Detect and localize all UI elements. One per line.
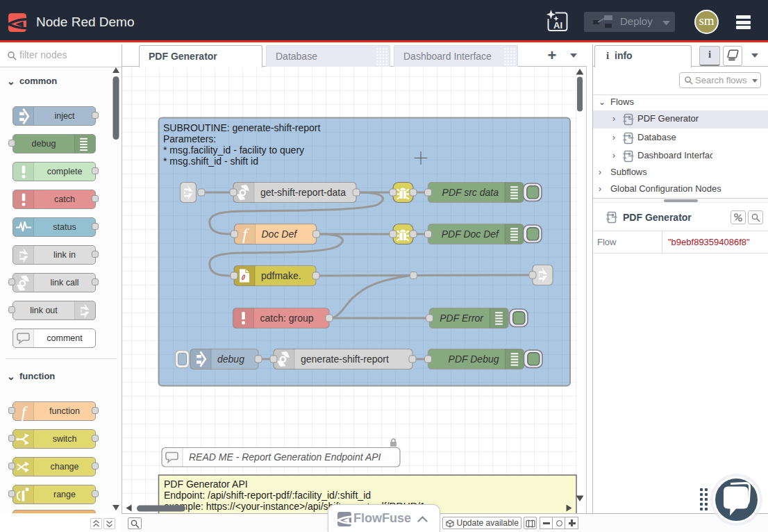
svg-text:PDF Error: PDF Error [440, 313, 484, 324]
svg-text:pdfmake.: pdfmake. [261, 270, 301, 281]
svg-text:* msg.shift_id - shift id: * msg.shift_id - shift id [163, 156, 258, 167]
svg-text:PDF src data: PDF src data [442, 187, 499, 198]
svg-text:f: f [22, 403, 28, 421]
svg-text:get-shift-report-data: get-shift-report-data [260, 187, 346, 198]
svg-text:SUBROUTINE: generate-shift-rep: SUBROUTINE: generate-shift-report [163, 122, 321, 133]
svg-text:PDF Generator API: PDF Generator API [164, 479, 248, 490]
svg-text:* msg.facility_id - facility t: * msg.facility_id - facility to query [163, 144, 304, 156]
svg-text:AI: AI [553, 20, 562, 31]
svg-text:catch: group: catch: group [260, 313, 314, 324]
svg-text:generate-shift-report: generate-shift-report [301, 354, 389, 365]
svg-text:PDF Debug: PDF Debug [449, 354, 499, 365]
svg-text:PDF Doc Def: PDF Doc Def [442, 228, 500, 240]
svg-text:Parameters:: Parameters: [163, 133, 216, 144]
svg-text:debug: debug [217, 354, 244, 365]
svg-text:Endpoint: /api/shift-report-pd: Endpoint: /api/shift-report-pdf/:facilit… [164, 490, 371, 501]
svg-text:Doc Def: Doc Def [262, 228, 299, 240]
svg-text:READ ME - Report Generation En: READ ME - Report Generation Endpoint API [189, 451, 381, 463]
